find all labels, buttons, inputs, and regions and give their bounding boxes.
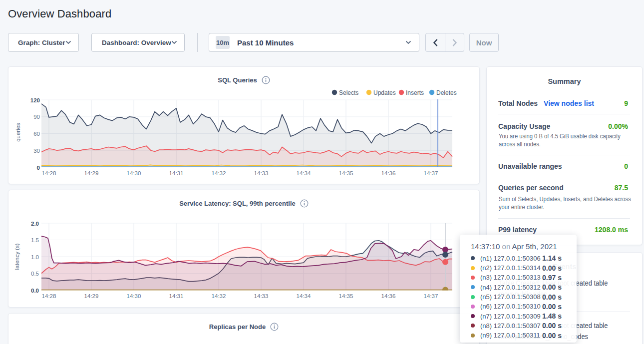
svg-text:14:34: 14:34 <box>297 293 311 299</box>
svg-text:14:31: 14:31 <box>169 170 184 176</box>
svg-text:1.0: 1.0 <box>31 254 39 260</box>
svg-text:14:35: 14:35 <box>339 293 353 299</box>
svg-text:14:32: 14:32 <box>212 170 226 176</box>
svg-text:14:34: 14:34 <box>297 170 311 176</box>
svg-text:14:37: 14:37 <box>424 293 438 299</box>
svg-text:1.5: 1.5 <box>31 237 39 243</box>
svg-text:14:30: 14:30 <box>127 293 141 299</box>
svg-text:60: 60 <box>33 131 40 137</box>
svg-text:14:28: 14:28 <box>42 293 56 299</box>
svg-text:Deletes: Deletes <box>436 89 457 96</box>
svg-text:14:36: 14:36 <box>381 293 396 299</box>
svg-text:14:30: 14:30 <box>127 170 141 176</box>
svg-text:14:29: 14:29 <box>84 293 99 299</box>
svg-text:queries: queries <box>15 123 21 142</box>
svg-text:90: 90 <box>33 114 40 120</box>
svg-text:latency (s): latency (s) <box>14 243 20 270</box>
svg-text:14:31: 14:31 <box>169 293 184 299</box>
svg-text:14:36: 14:36 <box>381 170 396 176</box>
svg-text:120: 120 <box>30 97 40 103</box>
svg-text:Updates: Updates <box>373 89 396 96</box>
svg-text:0.5: 0.5 <box>31 271 39 277</box>
svg-text:14:35: 14:35 <box>339 170 353 176</box>
svg-text:Selects: Selects <box>339 89 358 96</box>
svg-text:14:28: 14:28 <box>42 170 56 176</box>
svg-text:14:37: 14:37 <box>424 170 438 176</box>
svg-text:14:29: 14:29 <box>84 170 99 176</box>
svg-text:0.0: 0.0 <box>31 288 39 294</box>
svg-text:14:33: 14:33 <box>254 293 269 299</box>
svg-text:0: 0 <box>37 165 40 171</box>
svg-text:30: 30 <box>33 148 40 154</box>
svg-text:14:33: 14:33 <box>254 170 269 176</box>
svg-text:14:32: 14:32 <box>212 293 226 299</box>
svg-text:Inserts: Inserts <box>406 89 424 96</box>
svg-text:2.0: 2.0 <box>31 221 39 227</box>
